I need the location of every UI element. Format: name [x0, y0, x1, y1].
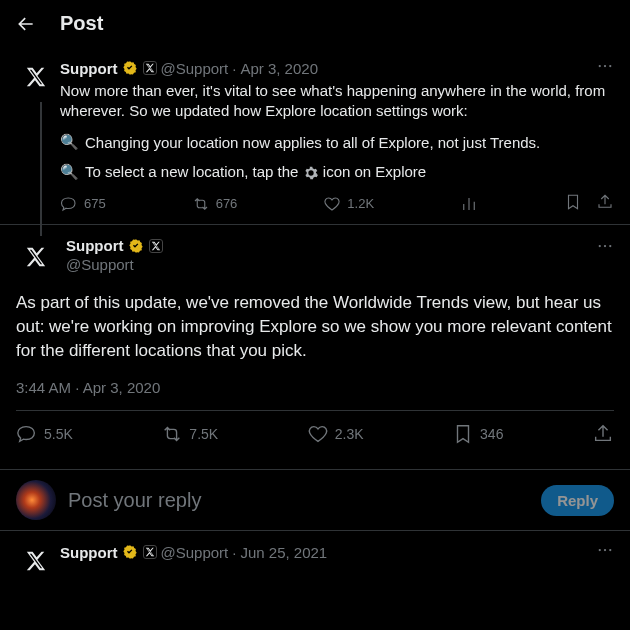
- reply-input[interactable]: Post your reply: [68, 489, 529, 512]
- more-button[interactable]: [596, 237, 614, 277]
- magnifier-icon: 🔍: [60, 133, 79, 151]
- share-button[interactable]: [592, 423, 614, 445]
- timestamp[interactable]: 3:44 AM · Apr 3, 2020: [16, 379, 614, 396]
- separator: ·: [232, 60, 236, 77]
- thread-line: [40, 102, 42, 236]
- repost-button[interactable]: 7.5K: [161, 423, 218, 445]
- user-avatar[interactable]: [16, 480, 56, 520]
- repost-button[interactable]: 676: [192, 195, 238, 213]
- org-badge-icon: [143, 545, 157, 559]
- post-text: Now more than ever, it's vital to see wh…: [60, 81, 614, 121]
- separator: ·: [232, 544, 236, 561]
- verified-icon: [128, 238, 144, 254]
- gear-icon: [303, 165, 319, 181]
- bullet-text: Changing your location now applies to al…: [85, 134, 540, 151]
- like-button[interactable]: 1.2K: [323, 195, 374, 213]
- more-button[interactable]: [596, 57, 614, 79]
- avatar[interactable]: [16, 57, 56, 97]
- reply-button[interactable]: 675: [60, 195, 106, 213]
- user-handle[interactable]: @Support: [66, 256, 163, 273]
- bullet-line: 🔍 To select a new location, tap the icon…: [60, 163, 614, 181]
- post-date[interactable]: Apr 3, 2020: [240, 60, 318, 77]
- avatar[interactable]: [16, 237, 56, 277]
- views-button[interactable]: [460, 195, 478, 213]
- org-badge-icon: [149, 239, 163, 253]
- verified-icon: [122, 60, 138, 76]
- bookmark-button[interactable]: [564, 193, 582, 214]
- bullet-line: 🔍 Changing your location now applies to …: [60, 133, 614, 151]
- like-button[interactable]: 2.3K: [307, 423, 364, 445]
- reply-button[interactable]: 5.5K: [16, 423, 73, 445]
- user-handle[interactable]: @Support: [161, 544, 229, 561]
- share-button[interactable]: [596, 193, 614, 214]
- user-handle[interactable]: @Support: [161, 60, 229, 77]
- org-badge-icon: [143, 61, 157, 75]
- back-button[interactable]: [16, 14, 36, 34]
- reply-button[interactable]: Reply: [541, 485, 614, 516]
- user-name[interactable]: Support: [60, 60, 118, 77]
- bookmark-button[interactable]: 346: [452, 423, 503, 445]
- post-text: As part of this update, we've removed th…: [16, 291, 614, 363]
- magnifier-icon: 🔍: [60, 163, 79, 181]
- verified-icon: [122, 544, 138, 560]
- user-name[interactable]: Support: [66, 237, 124, 254]
- avatar[interactable]: [16, 541, 56, 581]
- bullet-text: To select a new location, tap the icon o…: [85, 163, 426, 181]
- more-button[interactable]: [596, 541, 614, 563]
- user-name[interactable]: Support: [60, 544, 118, 561]
- post-date[interactable]: Jun 25, 2021: [240, 544, 327, 561]
- page-title: Post: [60, 12, 103, 35]
